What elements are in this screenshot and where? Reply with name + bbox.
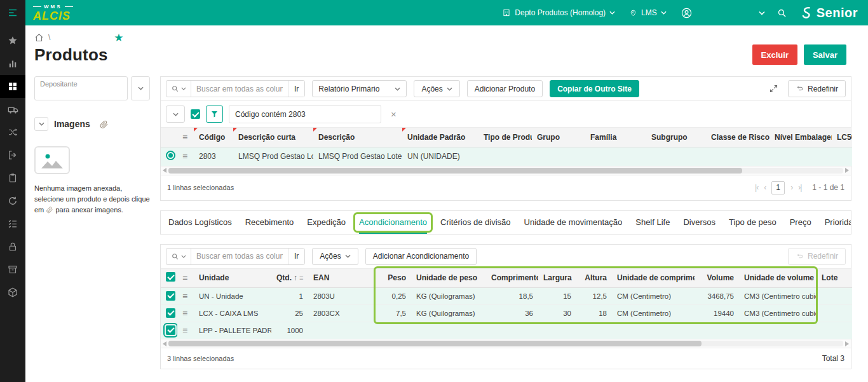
acond-reset-button[interactable]: Redefinir [788, 248, 846, 265]
col-tipo-de-produto[interactable]: Tipo de Produto [478, 128, 532, 147]
sidebar-sync-icon[interactable] [0, 189, 25, 212]
current-page-number[interactable]: 1 [771, 181, 785, 194]
tab-prioridades[interactable]: Prioridades [825, 210, 851, 235]
sidebar-tasks-icon[interactable] [0, 167, 25, 189]
horizontal-scrollbar[interactable] [161, 339, 851, 348]
col-subgrupo[interactable]: Subgrupo [646, 128, 706, 147]
add-acondicionamento-button[interactable]: Adicionar Acondicionamento [365, 248, 477, 265]
horizontal-scrollbar[interactable] [161, 167, 851, 175]
prev-page-button[interactable]: ‹ [764, 183, 766, 192]
department-selector[interactable]: Depto Produtos (Homolog) [502, 8, 615, 17]
sidebar-exit-icon[interactable] [0, 144, 25, 167]
scrollbar-thumb[interactable] [168, 341, 702, 346]
table-row[interactable]: ≡ 2803 LMSQ Prod Gestao Lote LMSQ Prod G… [161, 147, 852, 166]
scrollbar-thumb[interactable] [168, 168, 742, 174]
tab-dados-logisticos[interactable]: Dados Logísticos [168, 210, 232, 235]
column-chooser-icon[interactable]: ≡ [177, 128, 194, 147]
tab-unidade-de-movimentacao[interactable]: Unidade de movimentação [524, 210, 623, 235]
row-menu-icon[interactable]: ≡ [182, 291, 187, 301]
table-row[interactable]: ≡ UN - Unidade 1 2803U 0,25 KG (Quilogra… [161, 288, 852, 305]
filter-dropdown-button[interactable] [166, 106, 185, 123]
sidebar-products-icon[interactable] [0, 281, 25, 304]
col-unidade[interactable]: Unidade [194, 269, 271, 288]
col-unidade-padrao[interactable]: Unidade Padrão [402, 128, 478, 147]
copy-from-site-button[interactable]: Copiar de Outro Site [550, 80, 639, 97]
products-search-input[interactable] [191, 81, 288, 97]
column-menu-icon[interactable]: ≡ [299, 274, 303, 282]
col-grupo[interactable]: Grupo [532, 128, 585, 147]
first-page-button[interactable]: |‹ [755, 183, 758, 192]
site-selector[interactable]: LMS [629, 8, 667, 17]
sidebar-favorites-icon[interactable] [0, 29, 25, 52]
row-menu-icon[interactable]: ≡ [182, 151, 187, 161]
tab-criterios-de-divisao[interactable]: Critérios de divisão [440, 210, 511, 235]
products-search-go-button[interactable]: Ir [288, 81, 304, 97]
col-lc50[interactable]: LC50 [832, 128, 852, 147]
acond-search-go-button[interactable]: Ir [288, 249, 304, 264]
acond-actions-dropdown[interactable]: Ações [312, 248, 358, 265]
col-classe-de-risco[interactable]: Classe de Risco [706, 128, 770, 147]
scroll-left-icon[interactable] [163, 168, 166, 173]
search-scope-button[interactable] [166, 81, 191, 97]
add-product-button[interactable]: Adicionar Produto [467, 80, 543, 97]
filter-checkbox[interactable] [191, 109, 200, 119]
hamburger-menu-icon[interactable] [0, 0, 25, 25]
tab-acondicionamento[interactable]: Acondicionamento [359, 210, 427, 235]
col-ean[interactable]: EAN [308, 269, 376, 288]
row-checkbox[interactable] [166, 291, 175, 301]
col-descricao-curta[interactable]: Descrição curta [233, 128, 313, 147]
delete-button[interactable]: Excluir [752, 44, 797, 65]
save-button[interactable]: Salvar [804, 44, 846, 65]
expand-icon[interactable] [766, 84, 781, 93]
depositante-dropdown-button[interactable] [131, 76, 150, 100]
filter-funnel-icon[interactable] [206, 106, 223, 123]
col-qtd[interactable]: Qtd.↑≡ [271, 269, 308, 288]
last-page-button[interactable]: ›| [798, 183, 801, 192]
col-nivel-embalagem[interactable]: Nível Embalagem [770, 128, 832, 147]
table-row[interactable]: ≡ LPP - PALLETE PADRA... 1000 [161, 322, 852, 339]
tab-recebimento[interactable]: Recebimento [245, 210, 294, 235]
col-peso[interactable]: Peso [376, 269, 411, 288]
products-actions-dropdown[interactable]: Ações [414, 80, 459, 97]
tab-tipo-de-peso[interactable]: Tipo de peso [729, 210, 776, 235]
report-select[interactable]: Relatório Primário [312, 80, 407, 97]
sidebar-analytics-icon[interactable] [0, 52, 25, 75]
scroll-right-icon[interactable] [845, 168, 849, 173]
col-unidade-de-peso[interactable]: Unidade de peso [411, 269, 486, 288]
scroll-left-icon[interactable] [163, 341, 166, 346]
row-menu-icon[interactable]: ≡ [182, 325, 187, 336]
sidebar-inventory-icon[interactable] [0, 258, 25, 281]
acond-search-input[interactable] [191, 249, 288, 264]
products-reset-button[interactable]: Redefinir [788, 80, 846, 97]
depositante-field[interactable]: Depositante [34, 76, 128, 100]
column-chooser-icon[interactable]: ≡ [177, 269, 194, 288]
scroll-right-icon[interactable] [845, 341, 849, 346]
user-account-icon[interactable] [681, 7, 693, 19]
search-scope-button[interactable] [166, 249, 191, 264]
row-checkbox[interactable] [166, 308, 175, 318]
row-menu-icon[interactable]: ≡ [182, 308, 187, 318]
tab-shelf-life[interactable]: Shelf Life [635, 210, 670, 235]
collapse-chevron-icon[interactable] [759, 11, 765, 15]
col-descricao[interactable]: Descrição [313, 128, 402, 147]
select-all-checkbox[interactable] [161, 269, 177, 288]
tab-diversos[interactable]: Diversos [683, 210, 715, 235]
col-comprimento[interactable]: Comprimento [486, 269, 538, 288]
global-search-icon[interactable] [776, 8, 787, 18]
col-altura[interactable]: Altura [576, 269, 612, 288]
favorite-star-icon[interactable]: ★ [114, 32, 123, 43]
row-radio-selected[interactable] [166, 151, 175, 160]
sidebar-security-icon[interactable] [0, 235, 25, 258]
paperclip-icon[interactable] [99, 119, 109, 129]
col-lote[interactable]: Lote [817, 269, 852, 288]
next-page-button[interactable]: › [790, 183, 792, 192]
col-unidade-de-volume[interactable]: Unidade de volume [739, 269, 817, 288]
remove-filter-icon[interactable]: × [387, 109, 400, 119]
sidebar-modules-icon[interactable] [0, 75, 25, 98]
col-largura[interactable]: Largura [538, 269, 576, 288]
sort-asc-icon[interactable]: ↑ [294, 273, 297, 282]
row-checkbox-focused[interactable] [166, 325, 175, 335]
col-codigo[interactable]: Código [194, 128, 233, 147]
tab-expedicao[interactable]: Expedição [307, 210, 346, 235]
active-filter-chip[interactable]: Código contém 2803 [229, 105, 381, 123]
